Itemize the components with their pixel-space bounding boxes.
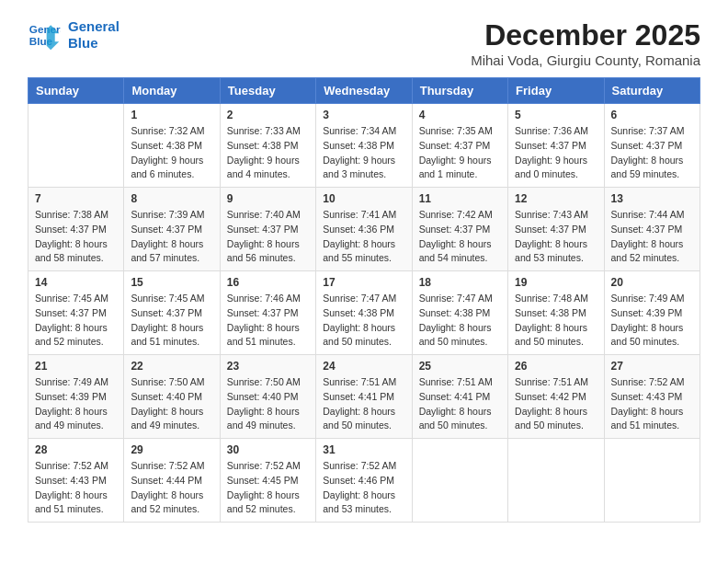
day-cell: 20Sunrise: 7:49 AM Sunset: 4:39 PM Dayli… (604, 271, 700, 355)
day-info: Sunrise: 7:40 AM Sunset: 4:37 PM Dayligh… (227, 208, 309, 266)
day-cell: 11Sunrise: 7:42 AM Sunset: 4:37 PM Dayli… (412, 188, 507, 271)
day-cell (412, 439, 507, 523)
day-number: 20 (611, 276, 693, 289)
subtitle: Mihai Voda, Giurgiu County, Romania (471, 52, 700, 68)
day-number: 23 (227, 360, 309, 373)
day-info: Sunrise: 7:44 AM Sunset: 4:37 PM Dayligh… (611, 208, 693, 266)
logo-blue: Blue (68, 35, 119, 52)
day-info: Sunrise: 7:36 AM Sunset: 4:37 PM Dayligh… (515, 124, 597, 182)
day-number: 22 (131, 360, 212, 373)
day-info: Sunrise: 7:51 AM Sunset: 4:41 PM Dayligh… (419, 375, 501, 433)
day-info: Sunrise: 7:51 AM Sunset: 4:42 PM Dayligh… (515, 375, 597, 433)
day-cell: 25Sunrise: 7:51 AM Sunset: 4:41 PM Dayli… (412, 355, 507, 439)
day-cell: 1Sunrise: 7:32 AM Sunset: 4:38 PM Daylig… (124, 104, 220, 188)
day-info: Sunrise: 7:38 AM Sunset: 4:37 PM Dayligh… (35, 208, 117, 266)
day-info: Sunrise: 7:47 AM Sunset: 4:38 PM Dayligh… (419, 292, 501, 350)
calendar-header-row: SundayMondayTuesdayWednesdayThursdayFrid… (28, 78, 700, 104)
day-info: Sunrise: 7:37 AM Sunset: 4:37 PM Dayligh… (611, 124, 693, 182)
day-cell: 3Sunrise: 7:34 AM Sunset: 4:38 PM Daylig… (316, 104, 412, 188)
day-number: 12 (515, 192, 597, 205)
day-number: 16 (227, 276, 309, 289)
day-info: Sunrise: 7:52 AM Sunset: 4:43 PM Dayligh… (611, 375, 693, 433)
day-info: Sunrise: 7:52 AM Sunset: 4:46 PM Dayligh… (323, 459, 404, 517)
day-cell: 15Sunrise: 7:45 AM Sunset: 4:37 PM Dayli… (124, 271, 220, 355)
day-cell: 9Sunrise: 7:40 AM Sunset: 4:37 PM Daylig… (220, 188, 315, 271)
logo-icon: General Blue (28, 18, 61, 52)
day-cell: 19Sunrise: 7:48 AM Sunset: 4:38 PM Dayli… (508, 271, 604, 355)
week-row-4: 21Sunrise: 7:49 AM Sunset: 4:39 PM Dayli… (28, 355, 700, 439)
day-number: 30 (227, 443, 309, 456)
day-number: 26 (515, 360, 597, 373)
day-number: 15 (131, 276, 212, 289)
day-cell: 12Sunrise: 7:43 AM Sunset: 4:37 PM Dayli… (508, 188, 604, 271)
header-friday: Friday (508, 78, 604, 104)
header-tuesday: Tuesday (220, 78, 315, 104)
day-info: Sunrise: 7:33 AM Sunset: 4:38 PM Dayligh… (227, 124, 309, 182)
day-number: 3 (323, 109, 404, 121)
day-number: 10 (323, 192, 404, 205)
day-number: 2 (227, 109, 309, 121)
day-number: 8 (131, 192, 212, 205)
day-cell: 28Sunrise: 7:52 AM Sunset: 4:43 PM Dayli… (28, 439, 124, 523)
day-cell: 31Sunrise: 7:52 AM Sunset: 4:46 PM Dayli… (316, 439, 412, 523)
day-cell: 26Sunrise: 7:51 AM Sunset: 4:42 PM Dayli… (508, 355, 604, 439)
week-row-1: 1Sunrise: 7:32 AM Sunset: 4:38 PM Daylig… (28, 104, 700, 188)
day-cell (28, 104, 124, 188)
day-number: 24 (323, 360, 404, 373)
day-number: 31 (323, 443, 404, 456)
day-number: 25 (419, 360, 501, 373)
day-cell (604, 439, 700, 523)
day-cell: 6Sunrise: 7:37 AM Sunset: 4:37 PM Daylig… (604, 104, 700, 188)
day-number: 13 (611, 192, 693, 205)
day-cell: 27Sunrise: 7:52 AM Sunset: 4:43 PM Dayli… (604, 355, 700, 439)
day-info: Sunrise: 7:52 AM Sunset: 4:45 PM Dayligh… (227, 459, 309, 517)
day-info: Sunrise: 7:52 AM Sunset: 4:43 PM Dayligh… (35, 459, 117, 517)
day-number: 19 (515, 276, 597, 289)
day-cell: 24Sunrise: 7:51 AM Sunset: 4:41 PM Dayli… (316, 355, 412, 439)
day-cell: 4Sunrise: 7:35 AM Sunset: 4:37 PM Daylig… (412, 104, 507, 188)
day-number: 29 (131, 443, 212, 456)
day-cell: 7Sunrise: 7:38 AM Sunset: 4:37 PM Daylig… (28, 188, 124, 271)
logo: General Blue General Blue (28, 18, 119, 52)
header-sunday: Sunday (28, 78, 124, 104)
day-info: Sunrise: 7:39 AM Sunset: 4:37 PM Dayligh… (131, 208, 212, 266)
day-number: 4 (419, 109, 501, 121)
day-cell: 10Sunrise: 7:41 AM Sunset: 4:36 PM Dayli… (316, 188, 412, 271)
day-cell: 16Sunrise: 7:46 AM Sunset: 4:37 PM Dayli… (220, 271, 315, 355)
header: General Blue General Blue December 2025 … (28, 18, 700, 68)
day-cell (508, 439, 604, 523)
day-cell: 14Sunrise: 7:45 AM Sunset: 4:37 PM Dayli… (28, 271, 124, 355)
calendar: SundayMondayTuesdayWednesdayThursdayFrid… (28, 77, 700, 523)
day-info: Sunrise: 7:42 AM Sunset: 4:37 PM Dayligh… (419, 208, 501, 266)
day-info: Sunrise: 7:46 AM Sunset: 4:37 PM Dayligh… (227, 292, 309, 350)
day-number: 11 (419, 192, 501, 205)
day-cell: 21Sunrise: 7:49 AM Sunset: 4:39 PM Dayli… (28, 355, 124, 439)
day-info: Sunrise: 7:45 AM Sunset: 4:37 PM Dayligh… (131, 292, 212, 350)
main-title: December 2025 (471, 18, 700, 52)
day-number: 27 (611, 360, 693, 373)
day-cell: 29Sunrise: 7:52 AM Sunset: 4:44 PM Dayli… (124, 439, 220, 523)
day-info: Sunrise: 7:34 AM Sunset: 4:38 PM Dayligh… (323, 124, 404, 182)
day-info: Sunrise: 7:32 AM Sunset: 4:38 PM Dayligh… (131, 124, 212, 182)
day-number: 1 (131, 109, 212, 121)
day-info: Sunrise: 7:50 AM Sunset: 4:40 PM Dayligh… (227, 375, 309, 433)
day-info: Sunrise: 7:48 AM Sunset: 4:38 PM Dayligh… (515, 292, 597, 350)
day-number: 6 (611, 109, 693, 121)
day-info: Sunrise: 7:35 AM Sunset: 4:37 PM Dayligh… (419, 124, 501, 182)
day-info: Sunrise: 7:47 AM Sunset: 4:38 PM Dayligh… (323, 292, 404, 350)
day-cell: 23Sunrise: 7:50 AM Sunset: 4:40 PM Dayli… (220, 355, 315, 439)
day-info: Sunrise: 7:51 AM Sunset: 4:41 PM Dayligh… (323, 375, 404, 433)
week-row-5: 28Sunrise: 7:52 AM Sunset: 4:43 PM Dayli… (28, 439, 700, 523)
header-thursday: Thursday (412, 78, 507, 104)
day-cell: 2Sunrise: 7:33 AM Sunset: 4:38 PM Daylig… (220, 104, 315, 188)
day-number: 21 (35, 360, 117, 373)
day-info: Sunrise: 7:49 AM Sunset: 4:39 PM Dayligh… (611, 292, 693, 350)
day-info: Sunrise: 7:52 AM Sunset: 4:44 PM Dayligh… (131, 459, 212, 517)
day-info: Sunrise: 7:45 AM Sunset: 4:37 PM Dayligh… (35, 292, 117, 350)
day-number: 17 (323, 276, 404, 289)
day-cell: 30Sunrise: 7:52 AM Sunset: 4:45 PM Dayli… (220, 439, 315, 523)
week-row-3: 14Sunrise: 7:45 AM Sunset: 4:37 PM Dayli… (28, 271, 700, 355)
day-number: 28 (35, 443, 117, 456)
day-number: 7 (35, 192, 117, 205)
day-info: Sunrise: 7:49 AM Sunset: 4:39 PM Dayligh… (35, 375, 117, 433)
